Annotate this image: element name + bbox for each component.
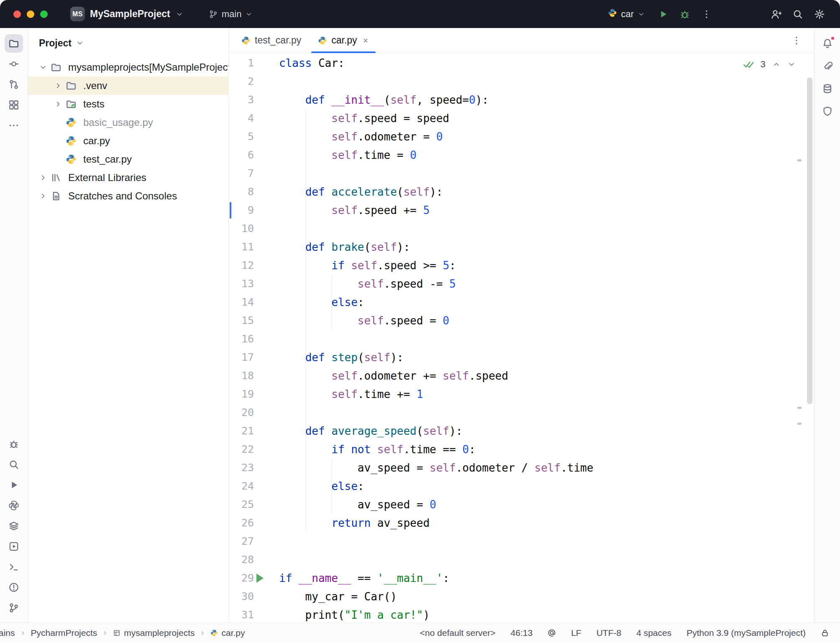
code-line-31[interactable]: 31 print("I'm a car!") bbox=[229, 606, 814, 623]
breadcrumb-rains[interactable]: rains bbox=[0, 628, 15, 638]
settings-button[interactable] bbox=[811, 5, 828, 23]
status-python-3-9-mysampleproject[interactable]: Python 3.9 (mySampleProject) bbox=[686, 628, 806, 638]
tree-item-basic-usage-py[interactable]: basic_usage.py bbox=[28, 113, 228, 132]
code-line-1[interactable]: 1class Car: bbox=[229, 54, 814, 72]
tool-ai-assistant-button[interactable] bbox=[818, 57, 837, 75]
code-line-14[interactable]: 14 else: bbox=[229, 293, 814, 311]
tree-item-tests[interactable]: tests bbox=[28, 95, 228, 113]
code-line-24[interactable]: 24 else: bbox=[229, 477, 814, 495]
inspections-widget[interactable]: 3 bbox=[743, 59, 796, 70]
tool-debug-button[interactable] bbox=[5, 435, 23, 453]
code-text: def brake(self): bbox=[271, 238, 410, 256]
editor-tabs: test_car.pycar.py bbox=[233, 28, 377, 53]
code-line-19[interactable]: 19 self.time += 1 bbox=[229, 385, 814, 403]
breadcrumb-pycharmprojects[interactable]: PycharmProjects bbox=[31, 628, 97, 638]
tool-pull-requests-button[interactable] bbox=[5, 75, 23, 94]
tool-run-anything-button[interactable] bbox=[5, 537, 23, 556]
status-4-spaces[interactable]: 4 spaces bbox=[636, 628, 671, 638]
code-line-29[interactable]: 29if __name__ == '__main__': bbox=[229, 569, 814, 587]
tool-notifications-button[interactable] bbox=[818, 34, 837, 53]
minimize-window-button[interactable] bbox=[27, 10, 34, 18]
tree-item-label: External Libraries bbox=[68, 172, 146, 184]
tool-structure-button[interactable] bbox=[5, 96, 23, 114]
tool-coverage-button[interactable] bbox=[818, 102, 837, 120]
tool-version-control-button[interactable] bbox=[5, 599, 23, 617]
code-line-3[interactable]: 3 def __init__(self, speed=0): bbox=[229, 91, 814, 109]
tool-python-packages-button[interactable] bbox=[5, 496, 23, 515]
prev-problem-button[interactable] bbox=[772, 60, 781, 69]
code-line-10[interactable]: 10 bbox=[229, 219, 814, 238]
close-tab-button[interactable] bbox=[362, 37, 369, 44]
code-line-20[interactable]: 20 bbox=[229, 403, 814, 422]
debug-button[interactable] bbox=[676, 5, 694, 23]
zoom-window-button[interactable] bbox=[40, 10, 48, 18]
next-problem-button[interactable] bbox=[787, 60, 796, 69]
code-line-17[interactable]: 17 def step(self): bbox=[229, 348, 814, 367]
editor-tab-car-py[interactable]: car.py bbox=[310, 28, 377, 53]
tool-services-button[interactable] bbox=[5, 517, 23, 535]
code-line-23[interactable]: 23 av_speed = self.odometer / self.time bbox=[229, 459, 814, 477]
tree-item-test-car-py[interactable]: test_car.py bbox=[28, 150, 228, 168]
status-46-13[interactable]: 46:13 bbox=[511, 628, 533, 638]
project-widget[interactable]: MS MySampleProject bbox=[70, 7, 184, 21]
status-lock[interactable] bbox=[821, 629, 829, 637]
chevron-down-icon bbox=[638, 10, 645, 18]
status-at[interactable] bbox=[548, 629, 556, 637]
code-line-15[interactable]: 15 self.speed = 0 bbox=[229, 311, 814, 330]
close-window-button[interactable] bbox=[13, 10, 21, 18]
code-line-12[interactable]: 12 if self.speed >= 5: bbox=[229, 256, 814, 275]
code-line-2[interactable]: 2 bbox=[229, 72, 814, 91]
code-with-me-button[interactable] bbox=[767, 5, 785, 23]
tab-options-button[interactable] bbox=[791, 36, 802, 46]
tool-find-button[interactable] bbox=[5, 455, 23, 474]
code-editor[interactable]: 1class Car:23 def __init__(self, speed=0… bbox=[229, 53, 814, 623]
tool-commit-button[interactable] bbox=[5, 55, 23, 73]
pycharm-window: MS MySampleProject main car bbox=[0, 0, 840, 643]
code-line-21[interactable]: 21 def average_speed(self): bbox=[229, 422, 814, 440]
tool-project-button[interactable] bbox=[5, 34, 23, 53]
scrollbar-thumb[interactable] bbox=[807, 77, 812, 404]
code-line-22[interactable]: 22 if not self.time == 0: bbox=[229, 440, 814, 459]
tool-more-tools-button[interactable] bbox=[5, 116, 23, 135]
code-line-11[interactable]: 11 def brake(self): bbox=[229, 238, 814, 256]
status-no-default-server[interactable]: <no default server> bbox=[420, 628, 496, 638]
status-lf[interactable]: LF bbox=[571, 628, 581, 638]
code-line-27[interactable]: 27 bbox=[229, 532, 814, 551]
tree-item-scratches-and-consoles[interactable]: Scratches and Consoles bbox=[28, 187, 228, 205]
tree-item-mysampleprojects[interactable]: mysampleprojects [MySampleProject] bbox=[28, 58, 228, 77]
tree-item-car-py[interactable]: car.py bbox=[28, 132, 228, 150]
run-line-button[interactable] bbox=[256, 574, 264, 583]
breadcrumb-car-py[interactable]: car.py bbox=[210, 628, 245, 638]
code-line-25[interactable]: 25 av_speed = 0 bbox=[229, 495, 814, 514]
code-line-18[interactable]: 18 self.odometer += self.speed bbox=[229, 367, 814, 385]
code-line-5[interactable]: 5 self.odometer = 0 bbox=[229, 128, 814, 146]
run-config-selector[interactable]: car bbox=[608, 8, 645, 20]
code-line-9[interactable]: 9 self.speed += 5 bbox=[229, 201, 814, 219]
code-line-8[interactable]: 8 def accelerate(self): bbox=[229, 183, 814, 201]
breadcrumb-mysampleprojects[interactable]: mysampleprojects bbox=[113, 628, 195, 638]
run-button[interactable] bbox=[654, 5, 672, 23]
code-line-7[interactable]: 7 bbox=[229, 164, 814, 183]
tool-run-button[interactable] bbox=[5, 476, 23, 494]
tool-terminal-button[interactable] bbox=[5, 558, 23, 576]
branch-widget[interactable]: main bbox=[209, 9, 253, 20]
more-actions-button[interactable] bbox=[698, 5, 715, 23]
line-number: 26 bbox=[229, 514, 271, 532]
editor-tab-test_car-py[interactable]: test_car.py bbox=[233, 28, 310, 53]
code-line-16[interactable]: 16 bbox=[229, 330, 814, 348]
tool-problems-button[interactable] bbox=[5, 578, 23, 597]
tool-database-button[interactable] bbox=[818, 79, 837, 98]
code-line-28[interactable]: 28 bbox=[229, 551, 814, 569]
project-panel-header[interactable]: Project bbox=[28, 28, 228, 58]
code-line-4[interactable]: 4 self.speed = speed bbox=[229, 109, 814, 128]
status-utf-8[interactable]: UTF-8 bbox=[597, 628, 622, 638]
chevron-down-icon bbox=[37, 63, 49, 71]
code-line-6[interactable]: 6 self.time = 0 bbox=[229, 146, 814, 164]
services-icon bbox=[8, 541, 19, 552]
search-everywhere-button[interactable] bbox=[789, 5, 807, 23]
code-line-26[interactable]: 26 return av_speed bbox=[229, 514, 814, 532]
tree-item-external-libraries[interactable]: External Libraries bbox=[28, 168, 228, 187]
tree-item--venv[interactable]: .venv bbox=[28, 77, 228, 95]
code-line-13[interactable]: 13 self.speed -= 5 bbox=[229, 275, 814, 293]
code-line-30[interactable]: 30 my_car = Car() bbox=[229, 587, 814, 606]
